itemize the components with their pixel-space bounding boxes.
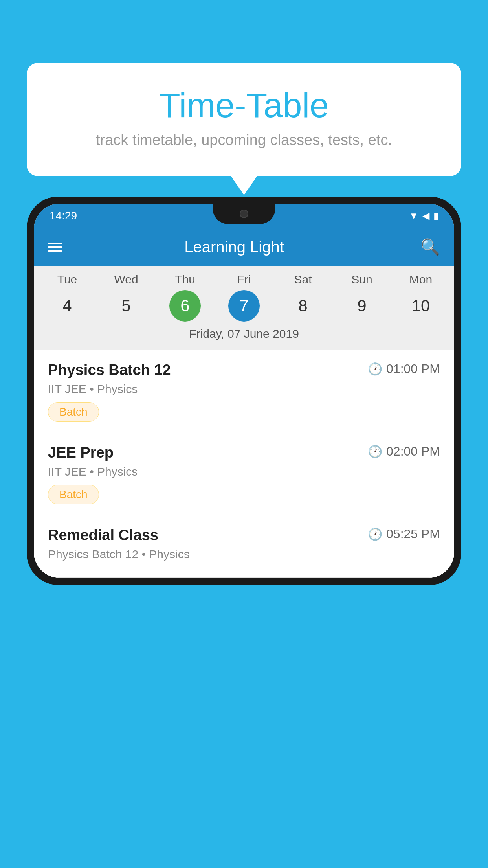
app-title: Learning Light	[74, 238, 394, 256]
day-col-wed[interactable]: Wed5	[99, 273, 154, 322]
clock-icon: 🕐	[368, 527, 382, 541]
day-name: Tue	[57, 273, 77, 286]
day-number: 8	[287, 290, 319, 322]
item-badge: Batch	[48, 402, 99, 422]
day-number: 4	[51, 290, 83, 322]
app-bar: Learning Light 🔍	[34, 228, 454, 266]
speech-bubble: Time-Table track timetable, upcoming cla…	[27, 63, 461, 176]
schedule-item-2[interactable]: Remedial Class 🕐 05:25 PM Physics Batch …	[34, 515, 454, 578]
day-number: 7	[228, 290, 260, 322]
day-name: Sat	[294, 273, 312, 286]
day-number: 5	[110, 290, 142, 322]
day-number: 9	[346, 290, 378, 322]
bubble-title: Time-Table	[46, 86, 442, 125]
day-col-sun[interactable]: Sun9	[334, 273, 389, 322]
bubble-subtitle: track timetable, upcoming classes, tests…	[46, 132, 442, 149]
day-name: Thu	[175, 273, 195, 286]
item-time: 🕐 02:00 PM	[368, 444, 440, 459]
day-name: Fri	[237, 273, 251, 286]
item-title: Physics Batch 12	[48, 362, 171, 379]
schedule-item-header: JEE Prep 🕐 02:00 PM	[48, 444, 440, 461]
item-subtitle: IIT JEE • Physics	[48, 383, 440, 396]
wifi-icon: ▼	[409, 210, 418, 221]
phone-camera	[240, 210, 248, 218]
day-name: Mon	[409, 273, 432, 286]
signal-icon: ◀	[422, 210, 429, 221]
day-col-tue[interactable]: Tue4	[40, 273, 95, 322]
selected-date-label: Friday, 07 June 2019	[34, 322, 454, 348]
clock-icon: 🕐	[368, 445, 382, 458]
item-title: Remedial Class	[48, 527, 158, 544]
phone-screen: 14:29 ▼ ◀ ▮ Learning Light 🔍 Tue4W	[34, 204, 454, 578]
day-name: Sun	[351, 273, 372, 286]
schedule-item-header: Physics Batch 12 🕐 01:00 PM	[48, 362, 440, 379]
clock-icon: 🕐	[368, 362, 382, 376]
item-time: 🕐 01:00 PM	[368, 362, 440, 376]
schedule-list: Physics Batch 12 🕐 01:00 PM IIT JEE • Ph…	[34, 350, 454, 578]
status-time: 14:29	[50, 210, 77, 222]
day-name: Wed	[114, 273, 138, 286]
day-number: 10	[405, 290, 437, 322]
day-number: 6	[169, 290, 201, 322]
item-time: 🕐 05:25 PM	[368, 527, 440, 541]
schedule-item-1[interactable]: JEE Prep 🕐 02:00 PM IIT JEE • Physics Ba…	[34, 432, 454, 515]
day-col-sat[interactable]: Sat8	[275, 273, 330, 322]
battery-icon: ▮	[433, 210, 438, 221]
schedule-item-0[interactable]: Physics Batch 12 🕐 01:00 PM IIT JEE • Ph…	[34, 350, 454, 432]
item-subtitle: Physics Batch 12 • Physics	[48, 548, 440, 561]
menu-icon[interactable]	[48, 243, 62, 252]
days-row: Tue4Wed5Thu6Fri7Sat8Sun9Mon10	[34, 273, 454, 322]
item-title: JEE Prep	[48, 444, 114, 461]
calendar-strip: Tue4Wed5Thu6Fri7Sat8Sun9Mon10 Friday, 07…	[34, 266, 454, 350]
phone-mockup: 14:29 ▼ ◀ ▮ Learning Light 🔍 Tue4W	[27, 197, 461, 868]
item-badge: Batch	[48, 485, 99, 504]
search-icon[interactable]: 🔍	[420, 238, 440, 256]
phone-notch	[213, 204, 275, 224]
item-subtitle: IIT JEE • Physics	[48, 465, 440, 478]
status-icons: ▼ ◀ ▮	[409, 210, 438, 221]
day-col-fri[interactable]: Fri7	[216, 273, 272, 322]
day-col-thu[interactable]: Thu6	[158, 273, 213, 322]
schedule-item-header: Remedial Class 🕐 05:25 PM	[48, 527, 440, 544]
day-col-mon[interactable]: Mon10	[393, 273, 448, 322]
